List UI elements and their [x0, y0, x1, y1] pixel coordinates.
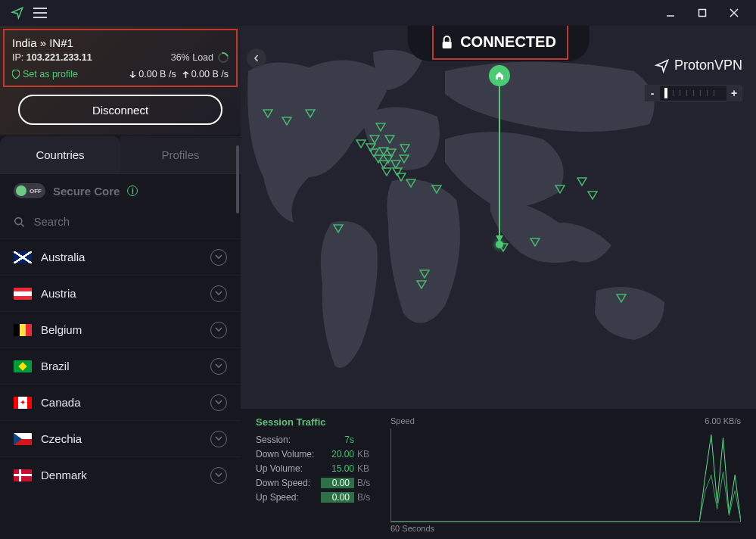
server-node-icon[interactable] [587, 189, 598, 198]
session-traffic: Session Traffic Session: 7s Down Volume:… [256, 416, 377, 534]
chart-ylabel: Speed [390, 416, 415, 425]
menu-icon[interactable] [33, 8, 47, 18]
sidebar-tabs: Countries Profiles [0, 136, 241, 174]
info-icon[interactable]: i [127, 185, 138, 196]
flag-icon [14, 360, 32, 372]
chevron-down-icon[interactable] [210, 249, 227, 266]
highlight-box [432, 26, 568, 60]
country-name: Austria [41, 287, 76, 300]
speed-chart: Speed 6.00 KB/s 60 Seconds [390, 416, 741, 534]
country-item[interactable]: Belgium [0, 311, 241, 347]
country-name: Belgium [41, 323, 82, 336]
maximize-button[interactable] [686, 1, 718, 25]
server-node-icon[interactable] [396, 171, 406, 180]
search-icon [14, 216, 25, 228]
country-item[interactable]: Australia [0, 238, 241, 275]
country-name: Brazil [41, 360, 70, 372]
flag-icon [14, 397, 32, 409]
search-row [0, 207, 241, 238]
chevron-down-icon[interactable] [210, 322, 227, 338]
search-input[interactable] [34, 215, 228, 228]
destination-node[interactable] [496, 241, 503, 248]
country-name: Australia [41, 251, 85, 263]
country-item[interactable]: Brazil [0, 347, 241, 384]
arrow-down-icon [129, 70, 136, 79]
traffic-title: Session Traffic [256, 416, 377, 428]
chart-xlabel: 60 Seconds [390, 524, 741, 533]
zoom-slider[interactable] [660, 85, 726, 101]
chevron-down-icon[interactable] [210, 358, 227, 375]
secure-core-toggle[interactable]: OFF [14, 183, 45, 198]
flag-icon [14, 433, 32, 445]
zoom-control: - + [644, 85, 742, 101]
country-list: Australia Austria Belgium Brazil Canada [0, 238, 241, 539]
server-node-icon[interactable] [399, 153, 409, 162]
svg-point-4 [15, 217, 22, 224]
brand-logo-icon [655, 58, 670, 73]
server-node-icon[interactable] [419, 268, 430, 277]
server-node-icon[interactable] [530, 236, 540, 245]
server-node-icon[interactable] [369, 133, 380, 142]
server-node-icon[interactable] [577, 176, 587, 185]
connection-load: 36% Load [171, 52, 229, 63]
map-panel: CONNECTED ProtonVPN - + [241, 26, 756, 539]
country-item[interactable]: Denmark [0, 456, 241, 493]
country-name: Denmark [41, 469, 87, 481]
svg-line-5 [21, 223, 24, 226]
server-node-icon[interactable] [356, 138, 366, 147]
secure-core-label: Secure Core [53, 185, 120, 198]
server-node-icon[interactable] [616, 292, 627, 301]
flag-icon [14, 469, 32, 481]
server-node-icon[interactable] [384, 133, 395, 142]
chevron-down-icon[interactable] [210, 285, 227, 302]
arrow-up-icon [182, 70, 189, 79]
chevron-down-icon[interactable] [210, 394, 227, 411]
server-node-icon[interactable] [333, 223, 344, 232]
minimize-button[interactable] [655, 1, 686, 25]
disconnect-button[interactable]: Disconnect [18, 95, 222, 125]
country-item[interactable]: Canada [0, 384, 241, 420]
chevron-down-icon[interactable] [210, 431, 227, 447]
connection-line [499, 85, 500, 236]
app-logo-icon [11, 6, 24, 20]
sidebar: India » IN#1 IP: 103.221.233.11 36% Load… [0, 26, 241, 539]
country-name: Czechia [41, 432, 82, 445]
flag-icon [14, 324, 32, 336]
chart-ymax: 6.00 KB/s [705, 416, 741, 425]
server-node-icon[interactable] [406, 177, 416, 186]
home-node-icon[interactable] [489, 65, 510, 86]
country-item[interactable]: Austria [0, 275, 241, 311]
server-node-icon[interactable] [282, 115, 292, 124]
bottom-panel: Session Traffic Session: 7s Down Volume:… [241, 409, 756, 539]
chevron-down-icon[interactable] [210, 467, 227, 484]
titlebar [0, 0, 756, 26]
tab-profiles[interactable]: Profiles [120, 136, 241, 174]
flag-icon [14, 288, 32, 300]
svg-rect-1 [699, 10, 706, 17]
country-item[interactable]: Czechia [0, 420, 241, 456]
connection-ip: IP: 103.221.233.11 [12, 52, 92, 63]
tab-countries[interactable]: Countries [0, 136, 120, 174]
server-node-icon[interactable] [386, 147, 397, 156]
back-button[interactable] [247, 48, 266, 68]
server-node-icon[interactable] [263, 107, 273, 117]
brand-label: ProtonVPN [655, 58, 742, 73]
server-node-icon[interactable] [400, 142, 410, 151]
connection-location: India » IN#1 [12, 36, 229, 49]
server-node-icon[interactable] [416, 279, 427, 288]
server-node-icon[interactable] [305, 107, 316, 117]
connection-rates: 0.00 B /s 0.00 B /s [129, 69, 229, 79]
server-node-icon[interactable] [431, 183, 442, 192]
country-name: Canada [41, 396, 81, 409]
zoom-out-button[interactable]: - [645, 85, 660, 101]
load-ring-icon [216, 50, 230, 64]
server-node-icon[interactable] [375, 121, 386, 130]
secure-core-row: OFF Secure Core i [0, 174, 241, 207]
close-button[interactable] [718, 1, 750, 25]
server-node-icon[interactable] [555, 183, 565, 192]
zoom-in-button[interactable]: + [726, 85, 742, 101]
flag-icon [14, 251, 32, 263]
set-as-profile-link[interactable]: Set as profile [12, 69, 78, 79]
scrollbar-thumb[interactable] [236, 145, 239, 213]
pin-icon [12, 70, 20, 79]
